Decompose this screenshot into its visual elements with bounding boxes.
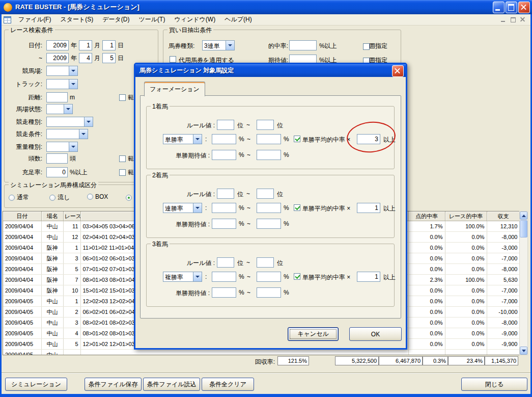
date-to-day-input[interactable] <box>102 53 116 63</box>
expect-to-input[interactable] <box>257 287 281 298</box>
expect-from-input[interactable] <box>212 150 236 160</box>
sim-option-normal[interactable]: 通常 <box>9 193 29 202</box>
distance-range-checkbox[interactable] <box>119 94 126 101</box>
titlebar[interactable]: RATE BUSTER - [馬券シミュレーション] <box>0 0 532 14</box>
chevron-down-icon[interactable] <box>193 135 202 144</box>
menu-help[interactable]: ヘルプ(H) <box>220 14 257 25</box>
menu-data[interactable]: データ(D) <box>98 14 134 25</box>
date-to-month-input[interactable] <box>79 53 92 63</box>
rate-to-input[interactable] <box>257 134 281 144</box>
race-cond-combo[interactable] <box>46 129 88 139</box>
menu-window[interactable]: ウィンドウ(W) <box>170 14 220 25</box>
distance-input[interactable] <box>46 92 68 102</box>
child-window-icon[interactable] <box>4 16 11 23</box>
dialog-titlebar[interactable]: 馬券シミュレーション 対象馬設定 <box>135 64 406 77</box>
chevron-down-icon[interactable] <box>79 129 88 139</box>
header-balance[interactable]: 収支 <box>487 211 520 221</box>
avg-multiplier-input[interactable] <box>357 272 380 282</box>
bet-type-combo[interactable]: 3連単 <box>202 40 235 50</box>
rule-to-input[interactable] <box>257 257 274 268</box>
substitute-checkbox[interactable] <box>170 56 176 63</box>
rate-type-combo[interactable]: 複勝率 <box>163 272 202 282</box>
rate-from-input[interactable] <box>212 272 236 282</box>
rate-to-input[interactable] <box>257 272 281 282</box>
expect-to-input[interactable] <box>257 219 281 229</box>
rule-from-input[interactable] <box>217 257 234 268</box>
chevron-down-icon[interactable] <box>193 272 202 281</box>
menu-file[interactable]: ファイル(F) <box>14 14 55 25</box>
chevron-down-icon[interactable] <box>69 80 77 89</box>
hit-rate-input[interactable] <box>289 40 317 50</box>
weight-combo[interactable] <box>46 142 78 152</box>
date-from-year-input[interactable] <box>46 40 69 50</box>
close-button[interactable] <box>518 2 530 13</box>
track-combo[interactable] <box>46 79 78 89</box>
header-place[interactable]: 場名 <box>41 211 63 221</box>
rule-to-input[interactable] <box>257 189 274 199</box>
ok-button[interactable]: OK <box>349 327 402 341</box>
cancel-button[interactable]: キャンセル <box>288 327 339 341</box>
scrollbar-thumb[interactable] <box>520 220 527 237</box>
radio-nagashi[interactable] <box>49 195 55 201</box>
hit-range-checkbox[interactable] <box>363 43 370 50</box>
radio-formation[interactable] <box>126 195 132 201</box>
rate-type-combo[interactable]: 連勝率 <box>163 203 202 213</box>
rate-to-input[interactable] <box>257 203 281 213</box>
close-window-button[interactable]: 閉じる <box>461 378 527 391</box>
header-race-hit[interactable]: レース的中率 <box>445 211 487 221</box>
surface-combo[interactable] <box>46 104 73 114</box>
save-condition-button[interactable]: 条件ファイル保存 <box>85 378 142 391</box>
heads-range-checkbox[interactable] <box>119 155 126 162</box>
chevron-down-icon[interactable] <box>69 142 77 151</box>
rate-from-input[interactable] <box>212 203 236 213</box>
avg-hit-checkbox[interactable] <box>294 273 300 280</box>
fill-rate-input[interactable] <box>46 167 68 177</box>
menu-start[interactable]: スタート(S) <box>55 14 98 25</box>
avg-multiplier-input[interactable] <box>357 203 380 213</box>
simulation-button[interactable]: シミュレーション <box>5 378 67 391</box>
maximize-button[interactable] <box>506 2 517 13</box>
vertical-scrollbar[interactable] <box>519 211 528 355</box>
rate-from-input[interactable] <box>212 134 236 144</box>
mdi-restore-icon[interactable] <box>510 16 517 23</box>
avg-hit-checkbox[interactable] <box>294 204 300 211</box>
chevron-down-icon[interactable] <box>193 203 202 213</box>
clear-condition-button[interactable]: 条件全クリア <box>202 378 254 391</box>
expect-from-input[interactable] <box>212 219 236 229</box>
avg-hit-checkbox[interactable] <box>294 136 300 142</box>
minimize-button[interactable] <box>493 2 505 13</box>
radio-normal[interactable] <box>9 195 15 201</box>
header-date[interactable]: 日付 <box>3 211 41 221</box>
header-point-hit[interactable]: 点的中率 <box>408 211 445 221</box>
date-from-month-input[interactable] <box>79 40 92 50</box>
load-condition-button[interactable]: 条件ファイル読込 <box>143 378 200 391</box>
rule-from-input[interactable] <box>217 189 234 199</box>
chevron-down-icon[interactable] <box>84 117 93 126</box>
expect-from-input[interactable] <box>212 287 236 298</box>
chevron-down-icon[interactable] <box>69 66 77 75</box>
course-combo[interactable] <box>46 66 78 76</box>
menu-tools[interactable]: ツール(T) <box>134 14 170 25</box>
rate-type-combo[interactable]: 単勝率 <box>163 134 202 144</box>
sim-option-nagashi[interactable]: 流し <box>49 193 70 202</box>
chevron-down-icon[interactable] <box>64 104 72 114</box>
date-to-year-input[interactable] <box>46 53 69 63</box>
mdi-minimize-icon[interactable] <box>500 16 507 23</box>
expect-to-input[interactable] <box>257 150 281 160</box>
hit-range-option[interactable]: 範囲指定 <box>363 42 387 50</box>
date-from-day-input[interactable] <box>102 40 116 50</box>
rule-from-input[interactable] <box>217 120 234 130</box>
dialog-close-button[interactable] <box>392 65 404 77</box>
tab-formation[interactable]: フォーメーション <box>144 82 205 96</box>
mdi-close-icon[interactable] <box>519 16 526 23</box>
race-type-combo[interactable] <box>46 117 93 127</box>
scroll-up-button[interactable] <box>520 211 527 220</box>
heads-input[interactable] <box>46 153 68 164</box>
chevron-down-icon[interactable] <box>226 41 234 50</box>
sim-option-box[interactable]: BOX <box>87 193 108 200</box>
table-row-partial[interactable]: 2009/04/05中山 <box>3 350 520 356</box>
fill-range-checkbox[interactable] <box>119 169 126 176</box>
header-race[interactable]: レース <box>63 211 80 221</box>
rule-to-input[interactable] <box>257 120 274 130</box>
radio-box[interactable] <box>87 194 93 200</box>
